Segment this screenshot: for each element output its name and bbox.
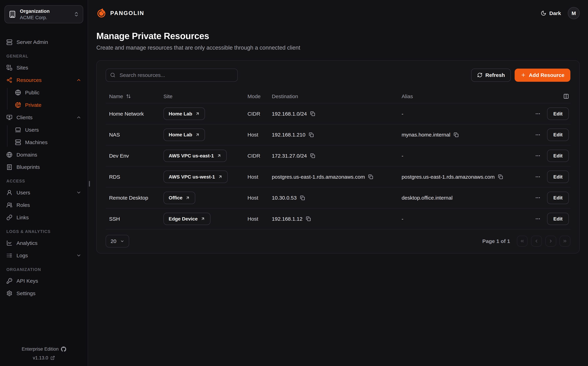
ellipsis-icon bbox=[535, 174, 541, 180]
copy-button[interactable] bbox=[310, 153, 315, 158]
copy-icon bbox=[310, 111, 315, 116]
sidebar-item-machines[interactable]: Machines bbox=[13, 138, 83, 147]
copy-button[interactable] bbox=[300, 195, 305, 200]
sidebar-item-public[interactable]: Public bbox=[13, 88, 83, 97]
search-input[interactable] bbox=[119, 72, 233, 78]
row-menu-button[interactable] bbox=[534, 215, 541, 222]
next-page-button[interactable] bbox=[545, 236, 556, 247]
copy-icon bbox=[309, 132, 314, 137]
sidebar-item-roles[interactable]: Roles bbox=[5, 200, 83, 209]
sidebar-item-label: API Keys bbox=[17, 278, 38, 284]
resources-icon bbox=[6, 77, 12, 83]
sidebar-item-client-users[interactable]: Users bbox=[13, 125, 83, 134]
site-link[interactable]: AWS VPC us-west-1 bbox=[163, 171, 228, 183]
sidebar-item-blueprints[interactable]: Blueprints bbox=[5, 163, 83, 172]
sidebar-item-links[interactable]: Links bbox=[5, 213, 83, 222]
row-actions: Edit bbox=[513, 192, 569, 204]
copy-icon bbox=[306, 216, 311, 221]
org-switcher-text: Organization ACME Corp. bbox=[20, 8, 70, 20]
copy-button[interactable] bbox=[498, 174, 503, 179]
copy-button[interactable] bbox=[368, 174, 373, 179]
alias-value: mynas.home.internal bbox=[402, 132, 450, 138]
site-label: Edge Device bbox=[169, 216, 198, 222]
alias-value: - bbox=[402, 111, 403, 117]
org-switcher[interactable]: Organization ACME Corp. bbox=[5, 5, 83, 23]
sidebar-item-label: Links bbox=[17, 214, 29, 221]
column-header-name[interactable]: Name bbox=[109, 93, 163, 99]
site-link[interactable]: Office bbox=[163, 192, 195, 204]
avatar[interactable]: M bbox=[568, 7, 580, 19]
page-size-value: 20 bbox=[110, 238, 116, 244]
sidebar-item-users[interactable]: Users bbox=[5, 188, 83, 197]
building-icon bbox=[9, 11, 16, 18]
resource-alias: desktop.office.internal bbox=[402, 195, 513, 201]
pagination-controls: Page 1 of 1 bbox=[482, 236, 570, 247]
prev-page-button[interactable] bbox=[531, 236, 542, 247]
edit-button[interactable]: Edit bbox=[547, 171, 569, 183]
sidebar-item-settings[interactable]: Settings bbox=[5, 289, 83, 298]
sidebar-item-label: Analytics bbox=[17, 240, 38, 246]
column-settings[interactable] bbox=[513, 93, 569, 99]
sidebar-item-label: Private bbox=[25, 102, 41, 108]
search-box bbox=[106, 69, 238, 82]
row-menu-button[interactable] bbox=[534, 131, 541, 138]
section-label-access: ACCESS bbox=[5, 179, 83, 183]
edit-button[interactable]: Edit bbox=[547, 107, 569, 120]
add-resource-button[interactable]: Add Resource bbox=[515, 69, 570, 82]
sort-icon bbox=[126, 94, 131, 99]
site-link[interactable]: Home Lab bbox=[163, 107, 205, 120]
version-link[interactable]: v1.13.0 bbox=[5, 355, 83, 361]
refresh-button[interactable]: Refresh bbox=[471, 69, 511, 82]
version-label: v1.13.0 bbox=[33, 355, 48, 361]
brand[interactable]: PANGOLIN bbox=[96, 8, 144, 18]
sidebar-item-clients[interactable]: Clients bbox=[5, 113, 83, 122]
sidebar-item-logs[interactable]: Logs bbox=[5, 251, 83, 260]
site-label: Office bbox=[169, 195, 183, 201]
first-page-button[interactable] bbox=[517, 236, 528, 247]
arrow-up-right-icon bbox=[185, 196, 190, 200]
theme-toggle[interactable]: Dark bbox=[541, 10, 561, 16]
row-menu-button[interactable] bbox=[534, 110, 541, 117]
copy-button[interactable] bbox=[310, 111, 315, 116]
chevron-up-icon bbox=[76, 77, 81, 83]
resource-name: SSH bbox=[109, 216, 163, 222]
sidebar-item-resources[interactable]: Resources bbox=[5, 76, 83, 84]
sidebar-item-api-keys[interactable]: API Keys bbox=[5, 276, 83, 285]
resources-table: Name Site Mode Destination Alias Home Ne… bbox=[106, 90, 570, 229]
edit-button[interactable]: Edit bbox=[547, 192, 569, 204]
edit-button[interactable]: Edit bbox=[547, 213, 569, 225]
copy-button[interactable] bbox=[454, 132, 458, 137]
resource-alias: postgres.us-east-1.rds.amazonaws.com bbox=[402, 174, 513, 180]
row-menu-button[interactable] bbox=[534, 152, 541, 159]
site-link[interactable]: Home Lab bbox=[163, 129, 205, 141]
resource-name: RDS bbox=[109, 174, 163, 180]
sidebar-item-domains[interactable]: Domains bbox=[5, 150, 83, 159]
resource-mode: Host bbox=[247, 216, 272, 222]
key-icon bbox=[6, 278, 12, 284]
topbar-right: Dark M bbox=[541, 7, 580, 19]
copy-button[interactable] bbox=[306, 216, 311, 221]
row-menu-button[interactable] bbox=[534, 173, 541, 180]
site-link[interactable]: AWS VPC us-east-1 bbox=[163, 150, 227, 162]
last-page-button[interactable] bbox=[559, 236, 570, 247]
edit-button[interactable]: Edit bbox=[547, 150, 569, 162]
edit-button[interactable]: Edit bbox=[547, 129, 569, 141]
page-size-select[interactable]: 20 bbox=[106, 235, 129, 248]
sidebar-item-private[interactable]: Private bbox=[13, 100, 83, 109]
copy-button[interactable] bbox=[309, 132, 314, 137]
chart-line-icon bbox=[6, 240, 12, 246]
chevron-down-icon bbox=[76, 253, 81, 258]
site-link[interactable]: Edge Device bbox=[163, 213, 210, 225]
sidebar-item-sites[interactable]: Sites bbox=[5, 63, 83, 72]
sidebar-resize-handle[interactable] bbox=[89, 181, 90, 187]
column-header-alias: Alias bbox=[402, 93, 513, 99]
chevron-up-icon bbox=[76, 115, 81, 120]
edition-link[interactable]: Enterprise Edition bbox=[5, 346, 83, 352]
app-window: Organization ACME Corp. Server Admin GEN… bbox=[0, 0, 588, 366]
destination-value: 10.30.0.53 bbox=[272, 195, 297, 201]
sidebar-item-analytics[interactable]: Analytics bbox=[5, 238, 83, 247]
sidebar-item-server-admin[interactable]: Server Admin bbox=[5, 38, 83, 47]
ellipsis-icon bbox=[535, 132, 541, 138]
resource-mode: Host bbox=[247, 174, 272, 180]
row-menu-button[interactable] bbox=[534, 194, 541, 201]
